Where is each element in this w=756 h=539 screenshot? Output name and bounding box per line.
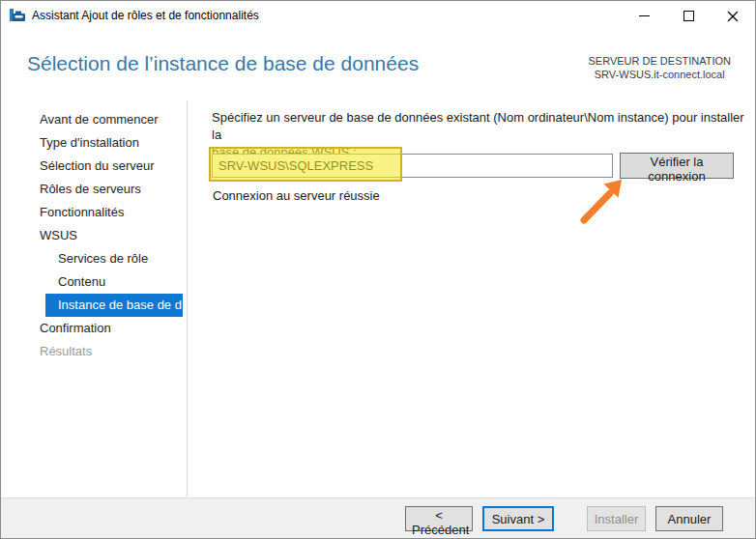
page-title: Sélection de l’instance de base de donné… [27,52,419,75]
arrow-annotation-icon [571,173,631,231]
install-button: Installer [587,506,646,531]
server-manager-icon [9,7,26,24]
nav-item-services-de-role[interactable]: Services de rôle [1,247,187,270]
window-title: Assistant Ajout de rôles et de fonctionn… [32,1,259,31]
maximize-icon [683,11,694,21]
minimize-button[interactable] [622,1,666,31]
previous-button[interactable]: < Précédent [405,506,473,531]
close-icon [727,11,739,22]
cancel-button[interactable]: Annuler [655,506,723,531]
sidebar-divider [187,100,188,496]
title-bar: Assistant Ajout de rôles et de fonctionn… [1,1,755,31]
wizard-footer: < Précédent Suivant > Installer Annuler [1,497,755,538]
instruction-line-1: Spécifiez un serveur de base de données … [212,109,755,144]
wizard-window: Assistant Ajout de rôles et de fonctionn… [0,0,756,539]
wizard-steps-nav: Avant de commencer Type d'installation S… [1,108,187,363]
nav-item-instance-base-de-donnees[interactable]: Instance de base de d... [45,294,183,317]
nav-item-avant-de-commencer[interactable]: Avant de commencer [1,108,187,131]
destination-server-name: SRV-WSUS.it-connect.local [588,68,731,81]
destination-server-label: SERVEUR DE DESTINATION [588,54,731,68]
minimize-icon [639,15,650,16]
maximize-button[interactable] [666,1,711,31]
verify-connection-button[interactable]: Vérifier la connexion [620,153,734,179]
database-instance-input[interactable] [212,154,613,178]
nav-item-selection-du-serveur[interactable]: Sélection du serveur [1,155,187,178]
nav-item-fonctionnalites[interactable]: Fonctionnalités [1,201,187,224]
nav-item-confirmation[interactable]: Confirmation [1,317,187,340]
close-button[interactable] [711,1,755,31]
next-button[interactable]: Suivant > [482,506,554,531]
nav-item-type-installation[interactable]: Type d'installation [1,131,187,155]
nav-item-resultats: Résultats [1,340,187,363]
nav-item-roles-de-serveurs[interactable]: Rôles de serveurs [1,178,187,201]
destination-server-block: SERVEUR DE DESTINATION SRV-WSUS.it-conne… [588,54,731,81]
connection-status-text: Connexion au serveur réussie [213,188,380,203]
nav-item-wsus[interactable]: WSUS [1,224,187,247]
nav-item-contenu[interactable]: Contenu [1,270,187,294]
